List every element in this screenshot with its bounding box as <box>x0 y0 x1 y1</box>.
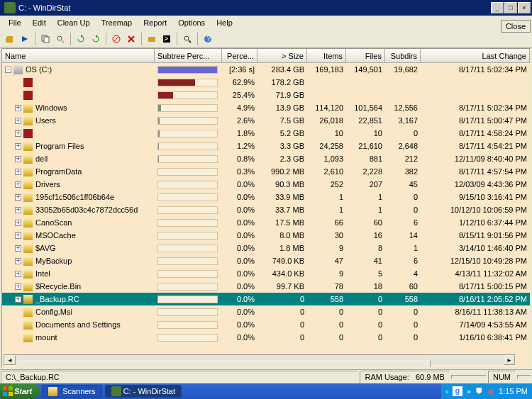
refresh-icon[interactable] <box>89 32 103 46</box>
horizontal-scrollbar[interactable]: ◄ ► <box>4 354 516 366</box>
maximize-button[interactable]: □ <box>504 2 517 13</box>
table-row[interactable]: +dell0.8%2.3 GB1,09388121212/11/09 8:40:… <box>2 152 530 165</box>
refresh-all-icon[interactable] <box>74 32 88 46</box>
expander-icon[interactable]: + <box>15 105 21 111</box>
table-row[interactable]: +CanoScan0.0%17.5 MB666061/12/10 6:37:44… <box>2 216 530 229</box>
table-row[interactable]: +Documents and Settings0.0%00007/14/09 4… <box>2 318 530 331</box>
table-row[interactable]: +mount0.0%00001/16/10 6:38:41 PM <box>2 331 530 344</box>
col-subtree[interactable]: Subtree Perc... <box>155 49 222 62</box>
table-row[interactable]: +33052b65d03c4c7872dcc56d0.0%33.7 MB1101… <box>2 203 530 216</box>
table-row[interactable]: +62.9%178.2 GB <box>2 76 530 89</box>
row-name: 195cf1c506c1ff06b64e <box>35 193 114 201</box>
menu-cleanup[interactable]: Clean Up <box>52 17 96 28</box>
table-row[interactable]: +1.8%5.2 GB101008/17/11 4:58:24 PM <box>2 127 530 140</box>
expander-icon[interactable]: + <box>15 118 21 124</box>
col-name[interactable]: Name <box>2 49 155 62</box>
start-button[interactable]: Start <box>0 383 39 399</box>
copy-icon[interactable] <box>38 32 52 46</box>
menu-options[interactable]: Options <box>172 17 211 28</box>
chevron-right-icon[interactable]: » <box>467 387 471 395</box>
expander-icon[interactable]: + <box>15 232 21 239</box>
menu-edit[interactable]: Edit <box>27 17 52 28</box>
row-files: 0 <box>346 308 385 316</box>
expander-icon[interactable]: - <box>5 67 11 73</box>
delete-icon[interactable] <box>124 32 138 46</box>
tray-expand-icon[interactable]: ‹ <box>445 387 448 395</box>
play-icon[interactable] <box>18 32 32 46</box>
table-row[interactable]: +MSOCache0.0%8.0 MB3016148/15/11 9:01:56… <box>2 229 530 242</box>
table-row[interactable]: +ProgramData0.3%990.2 MB2,6102,2283828/1… <box>2 165 530 178</box>
table-row[interactable]: +195cf1c506c1ff06b64e0.0%33.9 MB1109/15/… <box>2 191 530 203</box>
expander-icon[interactable]: + <box>15 143 21 150</box>
row-subdirs: 0 <box>385 129 421 137</box>
expander-icon[interactable]: + <box>15 194 21 201</box>
scroll-left-icon[interactable]: ◄ <box>4 355 16 365</box>
explorer-icon[interactable] <box>145 32 159 46</box>
menu-help[interactable]: Help <box>211 17 238 28</box>
folder-icon <box>23 244 33 253</box>
status-num: NUM <box>488 371 516 383</box>
table-row[interactable]: -OS (C:)[2:36 s]283.4 GB169,183149,50119… <box>2 63 530 76</box>
col-size[interactable]: > Size <box>257 49 307 62</box>
close-button[interactable]: × <box>518 2 531 13</box>
close-overlay-button[interactable]: Close <box>501 20 531 33</box>
row-name: _Backup.RC <box>35 295 79 303</box>
table-row[interactable]: +Config.Msi0.0%00008/16/11 11:38:13 AM <box>2 305 530 318</box>
scroll-right-icon[interactable]: ► <box>504 355 515 365</box>
expander-icon[interactable]: + <box>15 296 21 303</box>
col-items[interactable]: Items <box>307 49 346 62</box>
folder-icon <box>23 269 33 279</box>
expander-icon[interactable]: + <box>15 207 21 213</box>
magnify-icon[interactable] <box>180 32 194 46</box>
table-row[interactable]: +Users2.6%7.5 GB26,01822,8513,1678/17/11… <box>2 114 530 127</box>
network-tray-icon[interactable]: ◉ <box>487 387 494 396</box>
expander-icon[interactable]: + <box>15 245 21 252</box>
task-scanners[interactable]: Scanners <box>42 385 102 398</box>
col-subdirs[interactable]: Subdirs <box>385 49 421 62</box>
suspend-icon[interactable] <box>109 32 123 46</box>
table-row[interactable]: +MyBackup0.0%749.0 KB4741612/15/10 10:49… <box>2 254 530 267</box>
expander-icon[interactable]: + <box>15 258 21 264</box>
open-icon[interactable] <box>3 32 17 46</box>
table-row[interactable]: +_Backup.RC0.0%055805588/16/11 2:05:52 P… <box>2 293 530 305</box>
table-row[interactable]: +$AVG0.0%1.8 MB9813/14/10 1:46:40 PM <box>2 242 530 254</box>
zoom-icon[interactable] <box>53 32 67 46</box>
col-change[interactable]: Last Change <box>421 49 530 62</box>
row-size: 990.2 MB <box>257 167 307 176</box>
expander-icon[interactable]: + <box>15 220 21 226</box>
task-windirstat[interactable]: C: - WinDirStat <box>105 385 182 398</box>
expander-icon[interactable]: + <box>15 283 21 290</box>
menu-file[interactable]: File <box>3 17 27 28</box>
col-perc[interactable]: Perce... <box>222 49 257 62</box>
row-subdirs: 0 <box>385 206 421 214</box>
col-files[interactable]: Files <box>346 49 385 62</box>
expander-icon[interactable]: + <box>15 271 21 277</box>
row-items: 0 <box>307 308 346 316</box>
table-row[interactable]: +Intel0.0%434.0 KB9544/13/11 11:32:02 AM <box>2 267 530 280</box>
table-row[interactable]: +Program Files1.2%3.3 GB24,25821,6102,64… <box>2 140 530 152</box>
minimize-button[interactable]: _ <box>491 2 504 13</box>
row-change: 8/15/11 9:01:56 PM <box>421 231 530 240</box>
row-files: 881 <box>346 154 385 163</box>
table-row[interactable]: +$Recycle.Bin0.0%99.7 KB7818608/17/11 5:… <box>2 280 530 293</box>
folder-open-icon <box>23 295 33 304</box>
help-icon[interactable]: ? <box>201 32 215 46</box>
table-row[interactable]: +Windows4.9%13.9 GB114,120101,56412,5568… <box>2 101 530 114</box>
cmd-icon[interactable]: > <box>160 32 174 46</box>
row-subdirs: 45 <box>385 180 421 189</box>
row-files: 207 <box>346 180 385 189</box>
menu-report[interactable]: Report <box>138 17 172 28</box>
menu-treemap[interactable]: Treemap <box>96 17 138 28</box>
clock[interactable]: 1:15 PM <box>499 387 528 395</box>
google-tray-icon[interactable]: g <box>453 386 462 396</box>
table-row[interactable]: +Drivers0.0%90.3 MB2522074512/03/09 4:43… <box>2 178 530 191</box>
expander-icon[interactable]: + <box>15 130 21 137</box>
expander-icon[interactable]: + <box>15 169 21 175</box>
row-files: 41 <box>346 257 385 265</box>
expander-icon[interactable]: + <box>15 156 21 162</box>
subtree-bar <box>157 206 218 214</box>
scroll-thumb[interactable] <box>16 360 431 368</box>
expander-icon[interactable]: + <box>15 181 21 188</box>
shield-tray-icon[interactable]: ⛊ <box>475 387 483 395</box>
table-row[interactable]: +25.4%71.9 GB <box>2 89 530 101</box>
